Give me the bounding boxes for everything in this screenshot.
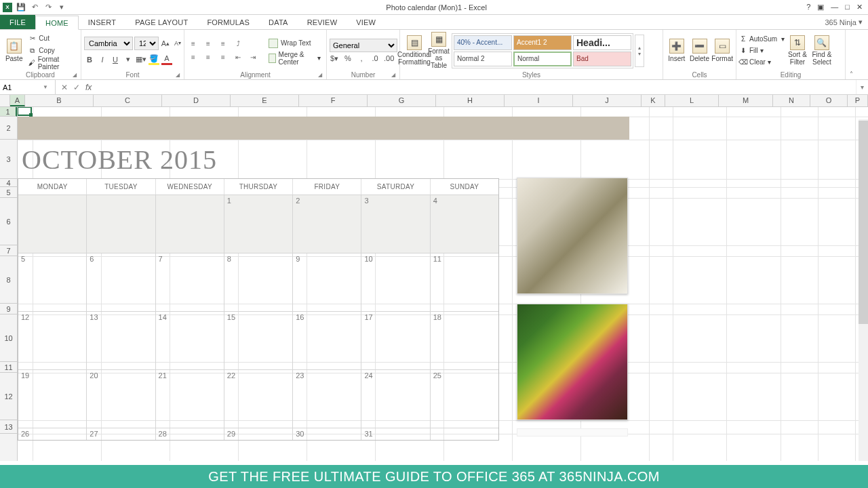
name-box-input[interactable]	[0, 83, 41, 92]
clear-button[interactable]: ⌫Clear▾	[739, 56, 785, 68]
underline-button[interactable]: U	[110, 54, 121, 65]
align-top-icon[interactable]: ≡	[187, 39, 199, 49]
align-middle-icon[interactable]: ≡	[202, 39, 214, 49]
tab-home[interactable]: HOME	[35, 16, 79, 30]
calendar-date-cell[interactable]	[18, 195, 86, 253]
cell-grid[interactable]: OCTOBER 2015 MONDAYTUESDAYWEDNESDAYTHURS…	[18, 107, 868, 461]
column-header[interactable]: P	[848, 95, 868, 106]
expand-formula-bar-icon[interactable]: ▾	[856, 80, 868, 94]
column-headers[interactable]: ABCDEFGHIJKLMNOP	[10, 95, 868, 107]
minimize-icon[interactable]: —	[831, 3, 838, 12]
style-bad[interactable]: Bad	[573, 52, 631, 66]
font-color-icon[interactable]: A	[161, 54, 172, 65]
row-header[interactable]: 2	[0, 117, 17, 140]
enter-formula-icon[interactable]: ✓	[73, 83, 80, 92]
photo-placeholder-2[interactable]	[517, 304, 628, 420]
column-header[interactable]: L	[665, 95, 719, 106]
calendar-date-cell[interactable]	[430, 428, 498, 440]
calendar-date-cell[interactable]: 28	[155, 428, 224, 440]
copy-button[interactable]: ⧉Copy	[26, 45, 78, 56]
font-name-select[interactable]: Cambria	[84, 37, 133, 50]
calendar-date-cell[interactable]: 17	[361, 311, 429, 369]
photo-placeholder-1[interactable]	[517, 178, 628, 294]
calendar-date-cell[interactable]	[155, 195, 224, 253]
redo-icon[interactable]: ↷	[43, 3, 53, 12]
calendar-date-cell[interactable]: 30	[292, 428, 361, 440]
tab-page-layout[interactable]: PAGE LAYOUT	[125, 15, 197, 29]
calendar-date-cell[interactable]: 23	[292, 369, 361, 428]
cell-styles-gallery[interactable]: 40% - Accent... Accent1 2 Headi... Norma…	[452, 33, 633, 68]
calendar-date-cell[interactable]: 11	[430, 253, 498, 311]
calendar-date-cell[interactable]: 2	[292, 195, 361, 253]
calendar-date-cell[interactable]: 21	[155, 369, 224, 428]
calendar-date-cell[interactable]: 10	[361, 253, 429, 311]
sort-filter-button[interactable]: ⇅Sort & Filter	[786, 32, 809, 70]
font-size-select[interactable]: 12	[134, 37, 159, 50]
column-header[interactable]: A	[10, 95, 25, 106]
calendar-date-cell[interactable]: 25	[430, 369, 498, 428]
column-header[interactable]: I	[505, 95, 573, 106]
calendar-date-cell[interactable]: 19	[18, 369, 86, 428]
column-header[interactable]: E	[231, 95, 299, 106]
calendar-date-cell[interactable]: 6	[86, 253, 155, 311]
help-icon[interactable]: ?	[806, 3, 810, 12]
column-header[interactable]: F	[299, 95, 368, 106]
calendar-date-cell[interactable]: 27	[86, 428, 155, 440]
calendar-date-cell[interactable]: 12	[18, 311, 86, 369]
format-as-table-button[interactable]: ▦ Format as Table	[427, 32, 450, 70]
style-accent1-2[interactable]: Accent1 2	[513, 35, 572, 50]
cut-button[interactable]: ✂Cut	[26, 33, 78, 44]
qat-customize-icon[interactable]: ▾	[57, 3, 66, 12]
calendar-date-cell[interactable]: 24	[361, 369, 429, 428]
calendar-date-cell[interactable]: 20	[86, 369, 155, 428]
column-header[interactable]: D	[162, 95, 231, 106]
name-box[interactable]: ▼	[0, 80, 56, 94]
column-header[interactable]: N	[773, 95, 810, 106]
calendar-date-cell[interactable]: 3	[361, 195, 429, 253]
ribbon-display-icon[interactable]: ▣	[817, 3, 824, 12]
calendar-date-cell[interactable]: 13	[86, 311, 155, 369]
wrap-text-button[interactable]: Wrap Text	[266, 37, 323, 50]
autosum-button[interactable]: ΣAutoSum ▾	[739, 33, 785, 45]
calendar-date-cell[interactable]: 4	[430, 195, 498, 253]
calendar-date-cell[interactable]: 22	[224, 369, 292, 428]
calendar-date-cell[interactable]: 16	[292, 311, 361, 369]
format-cells-button[interactable]: ▭Format	[711, 32, 733, 70]
alignment-dialog-icon[interactable]: ◢	[318, 72, 322, 78]
calendar-date-cell[interactable]	[86, 195, 155, 253]
font-dialog-icon[interactable]: ◢	[176, 72, 180, 78]
fill-button[interactable]: ⬇Fill▾	[739, 45, 785, 56]
orientation-icon[interactable]: ⤴	[232, 39, 244, 49]
style-40-accent[interactable]: 40% - Accent...	[454, 35, 512, 50]
align-bottom-icon[interactable]: ≡	[217, 39, 229, 49]
border-icon[interactable]: ▦▾	[136, 54, 146, 65]
style-normal-2[interactable]: Normal 2	[454, 52, 512, 66]
merge-center-button[interactable]: Merge & Center ▾	[266, 52, 323, 65]
column-header[interactable]: M	[719, 95, 773, 106]
row-header[interactable]: 8	[0, 256, 17, 304]
number-format-select[interactable]: General	[330, 39, 397, 52]
row-header[interactable]: 7	[0, 245, 17, 256]
row-header[interactable]: 10	[0, 314, 17, 362]
style-normal[interactable]: Normal	[513, 52, 572, 66]
increase-decimal-icon[interactable]: .0	[370, 54, 380, 63]
align-center-icon[interactable]: ≡	[202, 52, 214, 63]
format-painter-button[interactable]: 🖌Format Painter	[26, 57, 78, 68]
row-header[interactable]: 6	[0, 198, 17, 245]
comma-format-icon[interactable]: ,	[357, 54, 366, 63]
cancel-formula-icon[interactable]: ✕	[61, 83, 68, 92]
decrease-decimal-icon[interactable]: .00	[384, 54, 394, 63]
row-header[interactable]: 13	[0, 420, 17, 434]
tab-review[interactable]: REVIEW	[298, 15, 347, 29]
calendar-date-cell[interactable]: 8	[224, 253, 292, 311]
close-icon[interactable]: ✕	[856, 3, 863, 12]
grow-font-icon[interactable]: A▴	[160, 38, 171, 49]
style-heading[interactable]: Headi...	[573, 35, 631, 50]
calendar-date-cell[interactable]: 7	[155, 253, 224, 311]
shrink-font-icon[interactable]: A▾	[172, 38, 183, 49]
row-header[interactable]: 5	[0, 187, 17, 198]
row-header[interactable]: 1	[0, 107, 17, 117]
calendar-date-cell[interactable]: 26	[18, 428, 86, 440]
row-header[interactable]: 12	[0, 373, 17, 420]
column-header[interactable]: H	[436, 95, 505, 106]
